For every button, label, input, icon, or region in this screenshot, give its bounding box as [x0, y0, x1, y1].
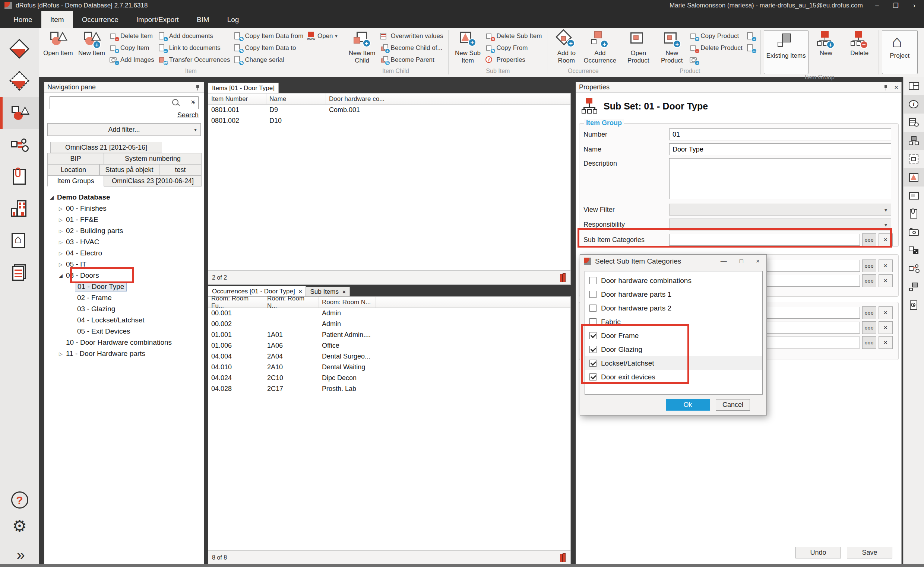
- dialog-maximize-button[interactable]: □: [740, 258, 743, 265]
- images-button[interactable]: [903, 223, 924, 241]
- number-field[interactable]: [669, 129, 891, 140]
- tree-item-02-frame[interactable]: 02 - Frame: [47, 292, 202, 303]
- product-link-document-button[interactable]: ∞: [746, 43, 757, 53]
- copy-from-button[interactable]: ✎ Copy From: [485, 43, 544, 53]
- browse-button[interactable]: ooo: [862, 321, 876, 334]
- occurrence-row[interactable]: 04.0102A10Dental Waiting: [208, 362, 570, 373]
- sidebar-product-catalog-button[interactable]: ⌂: [0, 225, 39, 257]
- project-button[interactable]: ⌂ Project: [882, 30, 918, 74]
- tree-item-05-it[interactable]: ▷05 - IT: [47, 259, 202, 270]
- items-row[interactable]: 0801.001 D9 Comb.001: [208, 105, 570, 116]
- occ-col-room-function[interactable]: Room: Room Fu...: [208, 297, 264, 308]
- tree-item-02-building-parts[interactable]: ▷02 - Building parts: [47, 225, 202, 236]
- view-filter-select[interactable]: ▾: [669, 204, 891, 216]
- new-item-child-button[interactable]: + New Item Child: [346, 30, 378, 64]
- add-occurrence-button[interactable]: + Add Occurrence: [584, 30, 616, 64]
- delete-item-group-button[interactable]: – Delete: [844, 30, 876, 57]
- sub-items-button[interactable]: [903, 168, 924, 186]
- open-www-button[interactable]: www Open ▾: [307, 31, 339, 41]
- menu-tab-log[interactable]: Log: [218, 11, 248, 28]
- browse-button[interactable]: ooo: [862, 260, 876, 272]
- category-option[interactable]: Lockset/Latchset: [585, 356, 762, 370]
- menu-tab-item[interactable]: Item: [41, 11, 73, 28]
- checkbox-icon[interactable]: [590, 291, 596, 298]
- bim-model-button[interactable]: [903, 150, 924, 168]
- occurrence-row[interactable]: 01.0011A01Patient Admin....: [208, 330, 570, 340]
- attachments-button[interactable]: [903, 205, 924, 223]
- tree-expanded-icon[interactable]: ◢: [49, 195, 55, 200]
- layout-button[interactable]: [903, 77, 924, 95]
- checkbox-icon[interactable]: [590, 332, 596, 339]
- dialog-minimize-button[interactable]: —: [721, 258, 727, 265]
- clear-button[interactable]: ×: [879, 321, 893, 334]
- sidebar-expand-button[interactable]: »: [0, 539, 39, 567]
- clear-button[interactable]: ×: [879, 260, 893, 272]
- add-filter-dropdown[interactable]: Add filter... ▾: [47, 123, 201, 136]
- tree-collapsed-icon[interactable]: ▷: [58, 217, 64, 223]
- connections-button[interactable]: [903, 260, 924, 278]
- save-button[interactable]: Save: [847, 547, 892, 558]
- description-field[interactable]: [669, 158, 891, 199]
- category-option[interactable]: Door hardware parts 1: [585, 287, 762, 301]
- nav-tab-system-numbering[interactable]: System numbering: [104, 153, 202, 164]
- category-option[interactable]: Fabric: [585, 315, 762, 329]
- open-item-button[interactable]: Open Item: [42, 30, 74, 57]
- occ-col-room-number[interactable]: Room: Room N...: [264, 297, 319, 308]
- sub-item-categories-clear-button[interactable]: ×: [879, 233, 893, 246]
- nav-tab-omniclass23[interactable]: OmniClass 23 [2010-06-24]: [104, 176, 202, 186]
- sidebar-rooms-button[interactable]: [0, 33, 39, 65]
- tree-item-01-ffe[interactable]: ▷01 - FF&E: [47, 214, 202, 225]
- occurrence-row[interactable]: 04.0242C10Dipc Decon: [208, 373, 570, 384]
- become-child-of-button[interactable]: + Become Child of...: [380, 43, 445, 53]
- category-option[interactable]: Door Frame: [585, 329, 762, 342]
- browse-button[interactable]: ooo: [862, 336, 876, 349]
- sidebar-settings-button[interactable]: ⚙: [0, 510, 39, 542]
- become-parent-button[interactable]: ⇅ Become Parent: [380, 55, 445, 65]
- clear-button[interactable]: ×: [879, 306, 893, 319]
- sub-item-categories-field[interactable]: [669, 234, 860, 246]
- sidebar-reports-button[interactable]: [0, 257, 39, 289]
- occurrence-row[interactable]: 04.0282C17Prosth. Lab: [208, 384, 570, 394]
- add-images-button[interactable]: + Add Images: [109, 55, 157, 65]
- new-sub-item-button[interactable]: + New Sub Item: [451, 30, 484, 64]
- overwritten-values-button[interactable]: Overwritten values: [380, 31, 445, 41]
- report-icon[interactable]: [559, 273, 567, 282]
- items-col-item-number[interactable]: Item Number: [208, 93, 266, 104]
- tree-collapsed-icon[interactable]: ▷: [58, 239, 64, 245]
- product-add-document-button[interactable]: +: [746, 31, 757, 41]
- items-col-name[interactable]: Name: [266, 93, 326, 104]
- cancel-button[interactable]: Cancel: [716, 399, 750, 411]
- browse-button[interactable]: ooo: [862, 274, 876, 287]
- delete-sub-item-button[interactable]: × Delete Sub Item: [485, 31, 544, 41]
- checkbox-icon[interactable]: [590, 360, 596, 367]
- tree-item-04-electro[interactable]: ▷04 - Electro: [47, 248, 202, 259]
- change-serial-button[interactable]: ✎ Change serial: [233, 55, 305, 65]
- tree-expanded-icon[interactable]: ◢: [58, 273, 64, 279]
- copy-item-button[interactable]: = Copy Item: [109, 43, 157, 53]
- tree-item-05-exit-devices[interactable]: 05 - Exit Devices: [47, 326, 202, 337]
- products-button[interactable]: [903, 186, 924, 205]
- add-to-room-button[interactable]: + Add to Room: [550, 30, 582, 64]
- tree-item-04-lockset-latchset[interactable]: 04 - Lockset/Latchset: [47, 315, 202, 326]
- product-add-image-button[interactable]: +: [689, 55, 744, 65]
- copy-item-data-from-button[interactable]: ✎ Copy Item Data from: [233, 31, 305, 41]
- item-data-button[interactable]: [903, 114, 924, 132]
- delete-item-button[interactable]: – Delete Item: [109, 31, 157, 41]
- responsibility-select[interactable]: ▾: [669, 219, 891, 231]
- browse-button[interactable]: ooo: [862, 306, 876, 319]
- nav-tab-test[interactable]: test: [159, 164, 202, 176]
- tree-item-00-finishes[interactable]: ▷00 - Finishes: [47, 203, 202, 214]
- related-items-button[interactable]: [903, 278, 924, 296]
- tree-collapsed-icon[interactable]: ▷: [58, 262, 64, 267]
- ok-button[interactable]: Ok: [666, 399, 710, 411]
- category-option[interactable]: Door Glazing: [585, 342, 762, 356]
- checkbox-icon[interactable]: [590, 277, 596, 284]
- checkbox-icon[interactable]: [590, 346, 596, 353]
- sidebar-room-templates-button[interactable]: [0, 65, 39, 97]
- sub-item-categories-browse-button[interactable]: ooo: [862, 233, 876, 246]
- report-icon[interactable]: [559, 553, 567, 562]
- tree-collapsed-icon[interactable]: ▷: [58, 206, 64, 212]
- tree-item-10-door-hardware-combinations[interactable]: 10 - Door Hardware combinations: [47, 337, 202, 348]
- tree-item-03-glazing[interactable]: 03 - Glazing: [47, 303, 202, 315]
- sidebar-systems-button[interactable]: [0, 129, 39, 161]
